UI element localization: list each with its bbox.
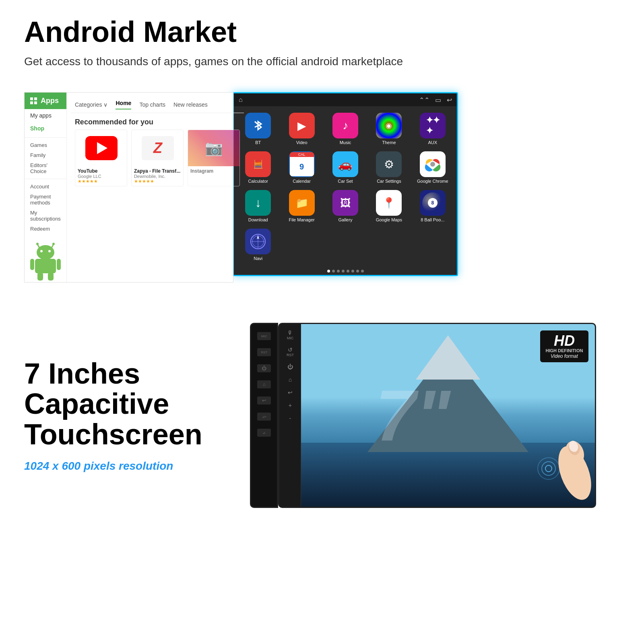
redeem-link[interactable]: Redeem [25,224,66,234]
youtube-card[interactable]: YouTube Google LLC ★★★★★ [75,130,127,186]
car-topbar: ⌂ ⌃⌃ ▭ ↩ [234,93,457,106]
ctrl-rst: ↺ RST [287,347,294,357]
zapya-card[interactable]: Z Zapya - File Transf... Dewmobile, Inc.… [131,130,184,186]
seven-inch-title: 7 Inches Capacitive Touchscreen [24,359,202,450]
ctrl-power[interactable]: ⏻ [287,363,293,370]
youtube-icon-wrapper [75,130,127,166]
svg-point-6 [48,250,51,252]
calendar-icon: CAL 9 [289,151,315,177]
zapya-logo: Z [142,136,174,160]
instagram-card[interactable]: 📷 Instagram [188,130,240,186]
download-icon: ↓ [245,190,271,216]
youtube-info: YouTube Google LLC ★★★★★ [75,166,127,186]
car-app-gmaps[interactable]: 📍 Google Maps [368,188,410,225]
ctrl-volup[interactable]: + [289,402,292,409]
car-unit-body: 🎙 MIC ↺ RST ⏻ ⌂ ↩ [278,323,596,508]
car-app-carset[interactable]: 🚗 Car Set [324,149,366,186]
filemanager-icon: 📁 [289,190,315,216]
market-section: Android Market Get access to thousands o… [0,0,644,92]
svg-rect-9 [57,259,61,270]
back-icon[interactable]: ↩ [447,96,452,104]
ctrl-home[interactable]: ⌂ [289,376,292,383]
play-store-nav: Categories ∨ Home Top charts New release… [71,97,244,113]
car-app-carsettings[interactable]: ⚙ Car Settings [368,149,410,186]
car-app-theme[interactable]: ◉ Theme [368,110,410,147]
svg-rect-8 [30,259,34,270]
subscriptions-link[interactable]: My subscriptions [25,208,66,224]
carsettings-label: Car Settings [377,179,401,184]
shop-link[interactable]: Shop [25,122,66,135]
my-apps-link[interactable]: My apps [25,109,66,122]
music-icon: ♪ [332,113,358,138]
new-releases-nav[interactable]: New releases [173,101,208,108]
zapya-stars: ★★★★★ [134,179,181,184]
vol-up-label: ⊿+ [262,415,267,419]
calculator-icon: 🧮 [245,151,271,177]
account-link[interactable]: Account [25,182,66,192]
play-triangle [97,142,107,154]
car-unit-device: MIC RST ⏻ ⌂ ↩ ⊿+ ⊿- [250,323,596,508]
finger-touch [526,429,595,507]
vol-up-button[interactable]: ⊿+ [257,413,271,421]
title-line2: Capacitive [24,389,202,419]
svg-point-4 [37,245,54,260]
car-app-chrome[interactable]: Google Chrome [412,149,454,186]
video-icon: ▶ [289,113,315,138]
ctrl-voldown[interactable]: - [289,415,291,421]
car-app-filemanager[interactable]: 📁 File Manager [281,188,322,225]
youtube-dev: Google LLC [78,174,124,179]
chevron-up-icon[interactable]: ⌃⌃ [419,96,429,104]
youtube-play-icon [85,136,118,160]
mic-ctrl-icon: 🎙 [287,330,294,336]
snow-cap [416,335,480,380]
car-app-music[interactable]: ♪ Music [324,110,366,147]
car-app-video[interactable]: ▶ Video [281,110,322,147]
editors-choice-link[interactable]: Editors' Choice [25,160,66,176]
play-store-sidebar: Apps My apps Shop Games Family Editors' … [25,93,67,282]
unit-screen[interactable]: 7" HD HIGH DEFINITION Video format [301,324,595,507]
back-button[interactable]: ↩ [257,396,271,405]
instagram-icon-wrapper: 📷 [188,130,240,166]
instagram-info: Instagram [188,166,239,176]
car-unit-display: MIC RST ⏻ ⌂ ↩ ⊿+ ⊿- [227,323,620,508]
back-ctrl-icon: ↩ [288,389,293,396]
power-label: ⏻ [262,365,266,371]
top-charts-nav[interactable]: Top charts [139,101,165,108]
zapya-info: Zapya - File Transf... Dewmobile, Inc. ★… [132,166,183,186]
car-app-calendar[interactable]: CAL 9 Calendar [281,149,322,186]
youtube-stars: ★★★★★ [78,179,124,184]
zapya-name: Zapya - File Transf... [134,168,181,174]
family-link[interactable]: Family [25,150,66,160]
resolution-text: 1024 x 600 pixels resolution [24,460,202,473]
hd-format: Video format [546,353,583,359]
home-nav[interactable]: Home [116,100,131,109]
mic-ctrl-label: MIC [287,336,294,340]
car-app-aux[interactable]: ✦✦✦ AUX [412,110,454,147]
mic-button[interactable]: MIC [257,332,271,340]
volup-ctrl-icon: + [289,402,292,409]
car-app-8ball[interactable]: 8 8 Ball Poo... [412,188,454,225]
car-app-gallery[interactable]: 🖼 Gallery [324,188,366,225]
gmaps-label: Google Maps [376,217,402,222]
mountain-scene: 7" HD HIGH DEFINITION Video format [301,324,595,507]
car-screen-wrapper: ⌂ ⌃⌃ ▭ ↩ BT [233,92,458,276]
power-ctrl-icon: ⏻ [287,363,293,370]
window-icon[interactable]: ▭ [435,96,441,104]
games-link[interactable]: Games [25,140,66,150]
payment-methods-link[interactable]: Payment methods [25,192,66,208]
vol-down-label: ⊿- [262,431,266,435]
apps-button[interactable]: Apps [25,93,66,109]
play-store-main: Categories ∨ Home Top charts New release… [67,93,248,282]
rst-button[interactable]: RST [257,348,271,356]
play-store-screenshot: Apps My apps Shop Games Family Editors' … [24,92,233,283]
theme-label: Theme [382,140,396,145]
bluetooth-svg [251,118,265,133]
dot-1 [327,270,330,272]
vol-down-button[interactable]: ⊿- [257,429,271,437]
categories-nav[interactable]: Categories ∨ [75,101,108,108]
dot-8 [361,270,364,272]
rst-ctrl-icon: ↺ [287,347,294,353]
home-button[interactable]: ⌂ [257,380,271,388]
ctrl-back[interactable]: ↩ [288,389,293,396]
power-button[interactable]: ⏻ [257,364,271,372]
